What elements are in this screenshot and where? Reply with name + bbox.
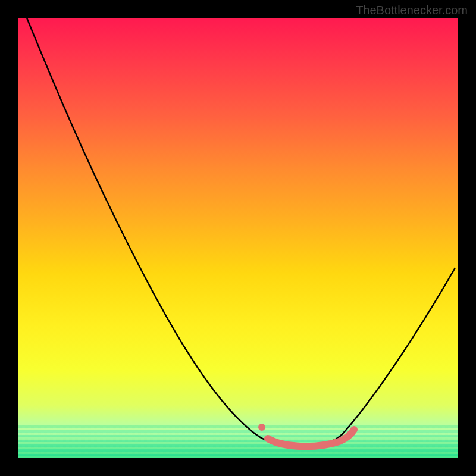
plot-area (18, 18, 458, 458)
curve-svg (18, 18, 458, 458)
highlight-dot (258, 424, 265, 431)
main-curve-path (27, 18, 455, 446)
watermark-text: TheBottlenecker.com (356, 4, 468, 17)
chart-container: TheBottlenecker.com (0, 0, 476, 476)
highlight-segment-path (268, 430, 354, 446)
